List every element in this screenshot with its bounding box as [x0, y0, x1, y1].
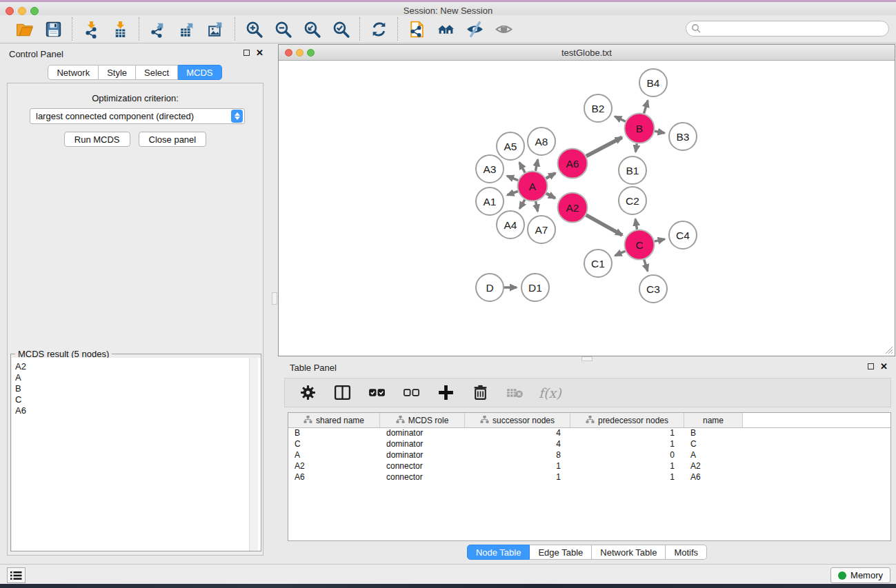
- node-A7[interactable]: A7: [528, 216, 555, 243]
- tab-style[interactable]: Style: [99, 65, 136, 80]
- function-builder-icon[interactable]: f(x): [539, 385, 561, 401]
- save-session-button[interactable]: [41, 18, 65, 40]
- column-header-MCDS-role[interactable]: MCDS role: [380, 413, 465, 427]
- edge-C-C3[interactable]: [644, 259, 648, 271]
- table-row[interactable]: Bdominator41B: [288, 428, 890, 439]
- float-table-panel-icon[interactable]: [868, 363, 874, 369]
- edge-C-C2[interactable]: [635, 219, 637, 230]
- criterion-dropdown[interactable]: largest connected component (directed): [30, 108, 245, 124]
- node-B3[interactable]: B3: [669, 123, 697, 150]
- run-mcds-button[interactable]: Run MCDS: [64, 132, 130, 147]
- memory-button[interactable]: Memory: [830, 567, 890, 583]
- zoom-fit-button[interactable]: [300, 18, 323, 40]
- show-eye-button[interactable]: [492, 18, 515, 40]
- add-column-button[interactable]: [435, 382, 456, 404]
- resize-grip-icon[interactable]: [884, 345, 893, 354]
- column-header-successor-nodes[interactable]: successor nodes: [465, 413, 570, 427]
- close-table-panel-icon[interactable]: ✕: [880, 363, 888, 369]
- node-A3[interactable]: A3: [476, 155, 504, 183]
- close-panel-icon[interactable]: ✕: [256, 50, 263, 56]
- import-table-button[interactable]: [108, 18, 132, 40]
- home-button[interactable]: [434, 18, 457, 40]
- tab-network-table[interactable]: Network Table: [592, 545, 666, 560]
- zoom-selected-button[interactable]: [329, 18, 352, 40]
- edge-A-A6[interactable]: [546, 173, 556, 179]
- node-B4[interactable]: B4: [639, 69, 667, 97]
- horizontal-split-grip[interactable]: [581, 356, 593, 361]
- edge-A2-C[interactable]: [586, 215, 622, 235]
- node-A2[interactable]: A2: [558, 193, 588, 223]
- float-panel-icon[interactable]: [243, 50, 250, 56]
- edge-A-A7[interactable]: [536, 201, 538, 212]
- result-list-item[interactable]: A2: [15, 361, 261, 372]
- node-D1[interactable]: D1: [521, 274, 549, 301]
- vertical-split-grip[interactable]: [272, 292, 277, 305]
- edge-A-A4[interactable]: [519, 200, 524, 209]
- node-C2[interactable]: C2: [619, 187, 646, 214]
- column-header-name[interactable]: name: [684, 413, 743, 427]
- node-C[interactable]: C: [625, 230, 655, 260]
- export-image-button[interactable]: [204, 18, 228, 40]
- edge-A-A8[interactable]: [535, 159, 537, 170]
- select-all-button[interactable]: [366, 382, 387, 404]
- table-row[interactable]: Adominator80A: [288, 450, 890, 461]
- zoom-in-button[interactable]: [242, 18, 266, 40]
- deselect-all-button[interactable]: [401, 382, 421, 404]
- table-row[interactable]: A2connector11A2: [288, 461, 890, 472]
- result-list-item[interactable]: A6: [15, 405, 261, 416]
- gear-button[interactable]: [297, 382, 318, 404]
- export-table-button[interactable]: [175, 18, 199, 40]
- edge-A6-B[interactable]: [586, 137, 622, 156]
- node-A5[interactable]: A5: [497, 132, 524, 160]
- node-C4[interactable]: C4: [669, 221, 697, 249]
- node-B2[interactable]: B2: [584, 94, 612, 122]
- edge-B-B4[interactable]: [644, 101, 648, 114]
- edge-C-C4[interactable]: [655, 239, 665, 241]
- column-header-shared-name[interactable]: shared name: [288, 413, 380, 427]
- edge-A-A3[interactable]: [507, 176, 518, 180]
- result-list-item[interactable]: A: [15, 372, 261, 383]
- edge-A-A5[interactable]: [519, 163, 525, 173]
- hide-panels-button[interactable]: [463, 18, 486, 40]
- refresh-layout-button[interactable]: [367, 18, 390, 40]
- edge-A-A2[interactable]: [546, 194, 555, 199]
- column-header-predecessor-nodes[interactable]: predecessor nodes: [570, 413, 684, 427]
- node-C3[interactable]: C3: [639, 275, 667, 303]
- edge-B-B3[interactable]: [655, 131, 664, 133]
- node-A4[interactable]: A4: [497, 211, 524, 239]
- node-B1[interactable]: B1: [619, 156, 646, 184]
- tab-select[interactable]: Select: [136, 65, 178, 80]
- node-A1[interactable]: A1: [476, 187, 504, 215]
- node-B[interactable]: B: [625, 114, 655, 143]
- mcds-result-list[interactable]: A2ABCA6: [12, 358, 261, 551]
- edge-B-B2[interactable]: [615, 116, 625, 121]
- tab-mcds[interactable]: MCDS: [178, 65, 221, 80]
- node-A8[interactable]: A8: [528, 128, 555, 155]
- tab-edge-table[interactable]: Edge Table: [530, 545, 592, 560]
- node-C1[interactable]: C1: [584, 250, 612, 277]
- delete-table-button[interactable]: [504, 382, 525, 404]
- node-D[interactable]: D: [476, 274, 504, 301]
- edge-C-C1[interactable]: [615, 251, 626, 256]
- result-scrollbar[interactable]: [249, 358, 258, 551]
- split-columns-button[interactable]: [332, 382, 352, 404]
- tab-node-table[interactable]: Node Table: [467, 545, 530, 560]
- tab-network[interactable]: Network: [48, 65, 99, 80]
- table-row[interactable]: A6connector11A6: [288, 472, 890, 483]
- open-session-button[interactable]: [12, 18, 36, 40]
- zoom-out-button[interactable]: [271, 18, 295, 40]
- network-canvas[interactable]: B4B2BB3A8A5A6A3B1AC2A1A2A4A7C4CC1DD1C3: [279, 61, 895, 356]
- result-list-item[interactable]: B: [15, 383, 261, 394]
- import-network-button[interactable]: [79, 18, 103, 40]
- delete-column-button[interactable]: [470, 382, 490, 404]
- node-A[interactable]: A: [518, 172, 548, 201]
- result-list-item[interactable]: C: [15, 394, 261, 405]
- horizontal-split-divider[interactable]: [278, 356, 896, 361]
- export-network-button[interactable]: [146, 18, 170, 40]
- node-A6[interactable]: A6: [558, 149, 588, 179]
- close-panel-button[interactable]: Close panel: [139, 132, 207, 147]
- edge-B-B1[interactable]: [635, 143, 637, 152]
- tab-motifs[interactable]: Motifs: [666, 545, 707, 560]
- table-row[interactable]: Cdominator41C: [288, 439, 890, 450]
- search-input[interactable]: [686, 21, 889, 37]
